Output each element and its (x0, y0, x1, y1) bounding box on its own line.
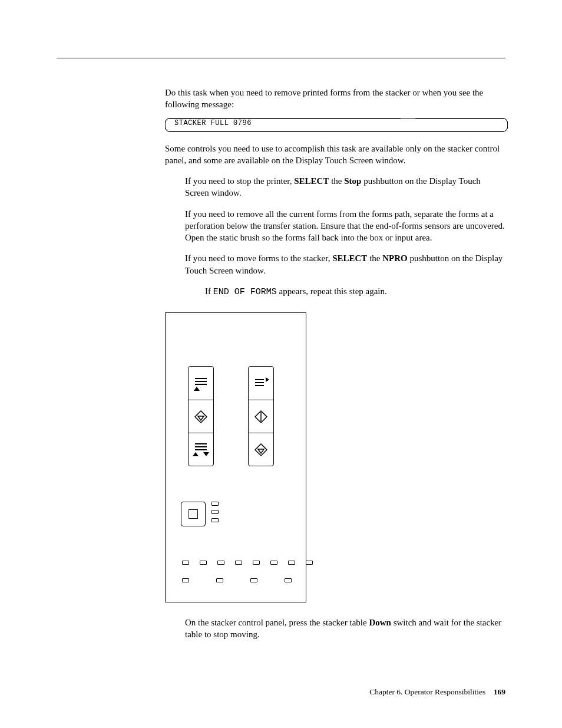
top-rule (57, 58, 505, 58)
message-callout: STACKER FULL 0796 (165, 117, 507, 132)
led-icon (270, 561, 277, 565)
end-of-forms-instruction: If END OF FORMS appears, repeat this ste… (205, 285, 507, 298)
square-icon (189, 509, 198, 519)
npro-label: NPRO (382, 253, 408, 263)
text: appears, repeat this step again. (277, 286, 387, 296)
led-icon (306, 561, 313, 565)
controls-paragraph: Some controls you need to use to accompl… (165, 143, 507, 167)
led-icon (211, 510, 219, 514)
remove-forms-instruction: If you need to remove all the current fo… (185, 208, 507, 244)
led-icon (253, 561, 260, 565)
left-button-column (188, 366, 214, 466)
diamond-down-button-icon (189, 400, 213, 433)
led-row-top-icon (182, 561, 313, 565)
led-icon (285, 578, 292, 582)
end-of-forms-code: END OF FORMS (213, 287, 277, 297)
stacker-control-panel-figure (165, 312, 306, 602)
led-row-bottom-icon (182, 578, 292, 582)
down-label: Down (369, 618, 391, 627)
led-icon (182, 578, 189, 582)
led-icon (211, 502, 219, 506)
callout-text: STACKER FULL 0796 (174, 118, 252, 128)
text: If you need to move forms to the stacker… (185, 253, 332, 263)
led-icon (211, 518, 219, 522)
text: If (205, 286, 213, 296)
led-icon (200, 561, 207, 565)
page-footer: Chapter 6. Operator Responsibilities 169 (369, 687, 505, 697)
intro-paragraph: Do this task when you need to remove pri… (165, 87, 507, 111)
text: the (329, 176, 344, 186)
page-number: 169 (494, 687, 505, 696)
diamond-split-button-icon (249, 400, 273, 433)
chapter-label: Chapter 6. Operator Responsibilities (369, 687, 485, 696)
text: On the stacker control panel, press the … (185, 618, 369, 627)
stop-instruction: If you need to stop the printer, SELECT … (185, 175, 507, 199)
page-both-button-icon (189, 433, 213, 466)
text: the (367, 253, 382, 263)
npro-instruction: If you need to move forms to the stacker… (185, 252, 507, 276)
page: Do this task when you need to remove pri… (0, 0, 562, 728)
feed-forward-button-icon (249, 367, 273, 400)
led-icon (217, 561, 224, 565)
page-up-button-icon (189, 367, 213, 400)
led-icon (216, 578, 223, 582)
select-label: SELECT (294, 176, 329, 186)
after-figure-instruction: On the stacker control panel, press the … (185, 617, 507, 641)
diamond-down-button-icon-2 (249, 433, 273, 466)
square-button-icon (181, 502, 206, 526)
content-area: Do this task when you need to remove pri… (165, 87, 507, 641)
select-label: SELECT (332, 253, 367, 263)
mode-leds-icon (211, 502, 219, 522)
stop-label: Stop (344, 176, 361, 186)
led-icon (182, 561, 189, 565)
led-icon (288, 561, 295, 565)
led-icon (235, 561, 242, 565)
text: If you need to stop the printer, (185, 176, 294, 186)
right-button-column (248, 366, 274, 466)
led-icon (250, 578, 257, 582)
